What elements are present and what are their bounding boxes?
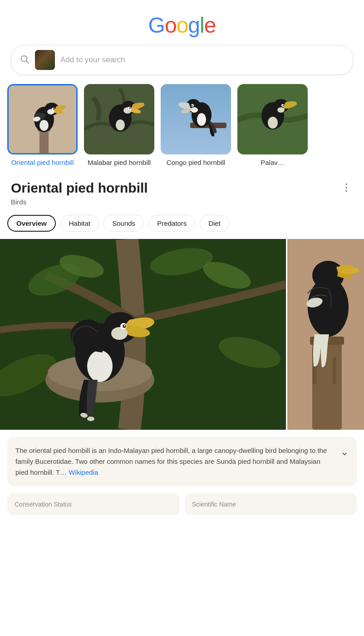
svg-point-48 <box>111 327 128 340</box>
species-label-palawan: Palav… <box>261 158 285 167</box>
logo-e: e <box>204 13 216 37</box>
main-image-small[interactable] <box>287 239 364 430</box>
svg-rect-3 <box>39 129 49 154</box>
expand-icon[interactable]: ⌄ <box>340 446 349 458</box>
species-card-congo[interactable]: Congo pied hornbill <box>161 84 231 167</box>
svg-point-46 <box>87 350 113 382</box>
panel-header: Oriental pied hornbill ⋮ <box>0 174 364 198</box>
species-label-congo: Congo pied hornbill <box>167 158 225 167</box>
logo-o1: o <box>165 13 177 37</box>
svg-point-23 <box>197 113 206 126</box>
search-icon <box>20 54 30 66</box>
search-bar[interactable]: Add to your search <box>11 45 353 75</box>
species-label-oriental: Oriental pied hornbill <box>11 158 74 167</box>
main-image-large[interactable] <box>0 239 286 430</box>
tab-diet[interactable]: Diet <box>200 215 229 232</box>
tab-habitat[interactable]: Habitat <box>60 215 99 232</box>
svg-point-18 <box>116 119 125 130</box>
main-images <box>0 239 364 430</box>
svg-point-51 <box>124 325 126 326</box>
species-img-oriental <box>7 84 78 154</box>
species-carousel: Oriental pied hornbill <box>0 84 364 174</box>
svg-point-34 <box>283 105 284 106</box>
tab-bar: Overview Habitat Sounds Predators Diet <box>0 211 364 239</box>
svg-line-1 <box>26 61 29 63</box>
species-card-oriental[interactable]: Oriental pied hornbill <box>7 84 78 167</box>
species-img-malabar <box>84 84 154 154</box>
svg-point-53 <box>87 417 94 421</box>
tab-overview[interactable]: Overview <box>7 215 56 232</box>
search-input[interactable]: Add to your search <box>60 55 344 65</box>
wikipedia-link[interactable]: Wikipedia <box>69 468 98 476</box>
google-logo: Google <box>148 13 216 38</box>
tab-predators[interactable]: Predators <box>148 215 195 232</box>
conservation-status-card[interactable]: Conservation Status <box>7 493 179 515</box>
svg-point-27 <box>192 105 193 106</box>
svg-point-30 <box>268 117 278 129</box>
svg-point-6 <box>39 120 49 131</box>
svg-point-32 <box>277 107 285 113</box>
logo-g: G <box>148 13 165 37</box>
species-label-malabar: Malabar pied hornbill <box>88 158 151 167</box>
svg-point-25 <box>191 107 198 113</box>
species-img-congo <box>161 84 231 154</box>
description-text: The oriental pied hornbill is an Indo-Ma… <box>15 445 335 478</box>
bottom-cards: Conservation Status Scientific Name <box>0 493 364 526</box>
panel-subtitle: Birds <box>0 198 364 211</box>
tab-sounds[interactable]: Sounds <box>103 215 144 232</box>
svg-rect-59 <box>333 357 336 384</box>
species-card-malabar[interactable]: Malabar pied hornbill <box>84 84 154 167</box>
description-box: The oriental pied hornbill is an Indo-Ma… <box>7 437 357 486</box>
species-img-palawan <box>237 84 308 154</box>
svg-point-17 <box>129 108 131 109</box>
search-image-thumbnail <box>35 50 55 70</box>
logo-g2: g <box>188 13 200 37</box>
header: Google <box>0 0 364 45</box>
logo-l: l <box>200 13 204 37</box>
scientific-name-card[interactable]: Scientific Name <box>185 493 357 515</box>
species-card-palawan[interactable]: Palav… <box>237 84 308 167</box>
logo-o2: o <box>177 13 188 37</box>
page-title: Oriental pied hornbill <box>11 180 148 196</box>
more-options-icon[interactable]: ⋮ <box>339 180 353 195</box>
svg-point-10 <box>53 109 54 110</box>
